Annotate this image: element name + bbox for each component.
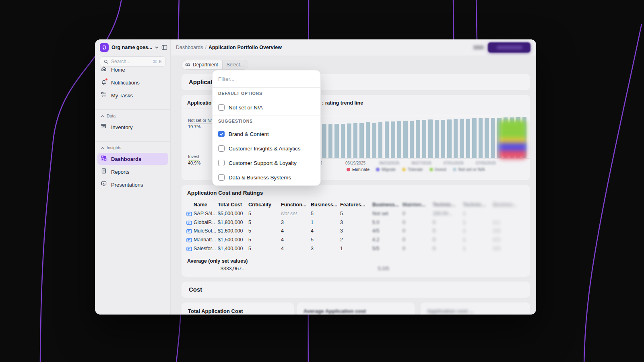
table-row-name-link[interactable]: MuleSof... [194, 228, 216, 234]
bar [322, 124, 326, 158]
sidebar-item-inventory[interactable]: Inventory [97, 121, 168, 133]
sidebar-item-notifications[interactable]: Notifications [97, 76, 168, 88]
table-cell: 4 [281, 228, 284, 234]
filter-value-select[interactable]: Select... [222, 60, 248, 69]
breadcrumb-separator: / [205, 45, 206, 50]
popup-option-label: Data & Business Systems [229, 175, 291, 181]
table-cell: 5.0 [372, 220, 379, 225]
checkbox-unchecked[interactable] [218, 160, 225, 166]
table-cell: 4 [281, 246, 284, 251]
table-cell: 4.1 [493, 220, 500, 225]
blurred-stacked-segment [499, 120, 526, 159]
table-cell: $1,600,000 [218, 228, 243, 234]
header-primary-button[interactable] [488, 42, 530, 53]
popup-filter-input[interactable]: Filter... [218, 76, 235, 82]
popup-option-not-set-or-n-a[interactable]: Not set or N/A [216, 102, 318, 113]
x-axis-label: 07/01/2025 [444, 161, 464, 165]
table-row-name-link[interactable]: Salesfor... [194, 246, 216, 251]
column-header[interactable]: Criticality [248, 202, 271, 208]
sidebar-item-label: My Tasks [111, 93, 133, 99]
x-axis-label: 06/27/2025 [411, 161, 431, 165]
sidebar-item-dashboards[interactable]: Dashboards [97, 153, 168, 165]
breadcrumb-dashboards-link[interactable]: Dashboards [176, 45, 203, 50]
table-cell: 0 [402, 228, 405, 234]
table-cell: $1,800,000 [218, 220, 243, 225]
legend-item-eliminate[interactable]: Eliminate [347, 167, 369, 172]
legend-label: Not set or N/A [458, 167, 485, 172]
sidebar-item-reports[interactable]: Reports [97, 166, 168, 178]
table-cell: 3 [311, 246, 314, 251]
table-row-name-link[interactable]: Manhatt... [194, 237, 216, 243]
column-header[interactable]: Busines... [493, 202, 517, 208]
table-cell: 0 [433, 228, 436, 234]
table-cell: 5 [248, 228, 251, 234]
table-cell: 0 [402, 220, 405, 225]
x-axis-label: 06/19/2025 [345, 161, 365, 165]
sidebar-item-home[interactable]: Home [97, 64, 168, 76]
department-filter-chip[interactable]: Department Select... [182, 60, 248, 70]
checkbox-unchecked[interactable] [218, 174, 225, 181]
column-header[interactable]: Technic... [463, 202, 486, 208]
checkbox-unchecked[interactable] [218, 104, 225, 111]
popup-option-label: Not set or N/A [229, 105, 263, 111]
sidebar-section-insights[interactable]: Insights [101, 144, 121, 151]
sidebar-section-data[interactable]: Data [101, 113, 116, 119]
popup-option-brand-content[interactable]: Brand & Content [216, 128, 318, 140]
metric-card: Application cost ... [421, 302, 530, 315]
column-header[interactable]: Function... [281, 202, 306, 208]
table-cell: 4/5 [372, 228, 379, 234]
column-header[interactable]: Business... [372, 202, 399, 208]
table-title: Application Cost and Ratings [187, 190, 263, 196]
table-row-name-link[interactable]: SAP S/4... [194, 211, 217, 216]
bar [403, 121, 408, 158]
table-cell: 1 [463, 228, 466, 234]
bar [435, 120, 439, 158]
bar [410, 121, 414, 158]
bar [372, 123, 376, 158]
sidebar-item-label: Dashboards [111, 156, 141, 162]
checkbox-checked[interactable] [218, 131, 225, 137]
donut-callout-value: 19.7% [188, 124, 200, 129]
table-row-name-link[interactable]: GlobalP... [194, 220, 215, 225]
bar [479, 118, 483, 158]
bar [491, 118, 495, 158]
sidebar-item-my-tasks[interactable]: My Tasks [97, 89, 168, 101]
bar [454, 119, 458, 158]
legend-item-migrate[interactable]: Migrate [376, 167, 396, 172]
table-cell: 5 [311, 237, 314, 243]
bar [366, 122, 370, 158]
column-header[interactable]: Total Cost [218, 202, 242, 208]
legend-item-invest[interactable]: Invest [429, 167, 446, 172]
popup-option-data-business-systems[interactable]: Data & Business Systems [216, 172, 318, 183]
bar [466, 119, 471, 158]
checkbox-unchecked[interactable] [218, 145, 225, 152]
table-cell: 4.2 [372, 237, 379, 243]
table-footer-total: $333,967... [221, 266, 246, 272]
org-name: Org name goes... [111, 45, 152, 50]
popup-option-customer-insights-analytics[interactable]: Customer Insights & Analytics [216, 143, 318, 154]
metric-card: Average Application cost [297, 302, 415, 315]
table-cell: 4 [281, 237, 284, 243]
collapse-sidebar-button[interactable] [161, 45, 167, 50]
column-header[interactable]: Mainten... [402, 202, 426, 208]
screenshot-stage: Org name goes... Search... ⌘ K HomeNotif… [0, 0, 644, 362]
window-header: Dashboards / Application Portfolio Overv… [171, 39, 536, 56]
table-footer-label: Average (only set values) [187, 258, 248, 264]
notification-badge [105, 78, 107, 80]
column-header[interactable]: Technic... [433, 202, 456, 208]
donut-callout-label: Invest [188, 154, 199, 160]
bar [428, 119, 433, 158]
bar [472, 118, 477, 158]
popup-option-customer-support-loyalty[interactable]: Customer Support & Loyalty [216, 157, 318, 169]
legend-item-tolerate[interactable]: Tolerate [402, 167, 423, 172]
org-switcher[interactable]: Org name goes... [100, 43, 167, 52]
column-header[interactable]: Features... [340, 202, 365, 208]
header-blurred-text [473, 45, 484, 49]
column-header[interactable]: Business... [311, 202, 337, 208]
bell-icon [101, 79, 107, 86]
sidebar-item-presentations[interactable]: Presentations [97, 179, 168, 191]
table-cell: 3.9 [493, 246, 500, 251]
legend-item-not-set-or-n-a[interactable]: Not set or N/A [453, 167, 485, 172]
column-header[interactable]: Name [194, 202, 207, 208]
bar [341, 124, 345, 158]
